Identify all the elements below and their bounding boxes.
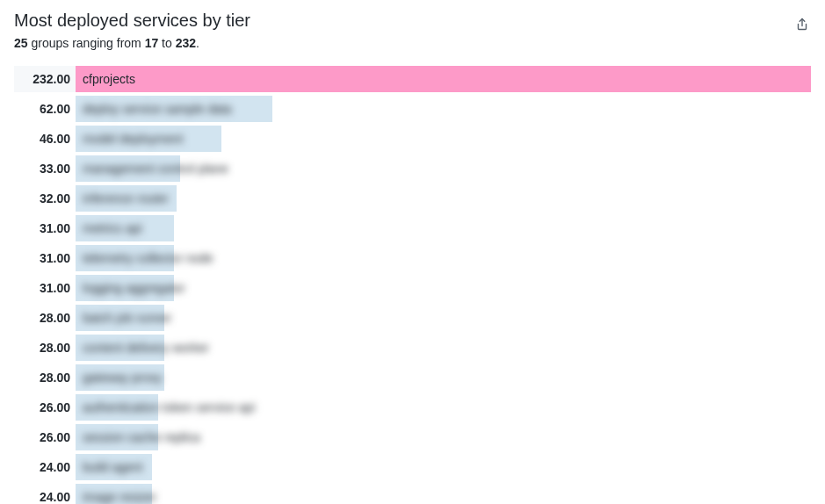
range-min: 17 bbox=[145, 36, 159, 50]
chart-row[interactable]: 31.00telemetry collector node bbox=[14, 245, 811, 271]
bar-track: authentication token service api bbox=[76, 394, 811, 421]
bar-track: cfprojects bbox=[76, 66, 811, 92]
bar-track: image resizer bbox=[76, 484, 811, 504]
bar-value: 26.00 bbox=[14, 394, 76, 421]
share-icon bbox=[795, 18, 809, 32]
bar-value: 31.00 bbox=[14, 215, 76, 241]
header-text: Most deployed services by tier 25 groups… bbox=[14, 11, 250, 66]
bar-track: inference router bbox=[76, 185, 811, 212]
chart-row[interactable]: 31.00logging aggregator bbox=[14, 275, 811, 301]
bar-value: 26.00 bbox=[14, 424, 76, 450]
bar-value: 28.00 bbox=[14, 305, 76, 331]
chart-row[interactable]: 28.00batch job runner bbox=[14, 305, 811, 331]
bar-track: deploy service sample data bbox=[76, 96, 811, 122]
bar-value: 46.00 bbox=[14, 126, 76, 152]
subtitle-text-1: groups ranging from bbox=[28, 36, 145, 50]
bar-value: 31.00 bbox=[14, 245, 76, 271]
bar-value: 28.00 bbox=[14, 364, 76, 391]
bar-fill bbox=[76, 96, 272, 122]
chart-row[interactable]: 33.00management control plane bbox=[14, 155, 811, 182]
bar-fill bbox=[76, 424, 158, 450]
bar-chart: 232.00cfprojects62.00deploy service samp… bbox=[14, 66, 811, 504]
bar-value: 62.00 bbox=[14, 96, 76, 122]
chart-row[interactable]: 62.00deploy service sample data bbox=[14, 96, 811, 122]
chart-row[interactable]: 31.00metrics api bbox=[14, 215, 811, 241]
subtitle-text-2: to bbox=[158, 36, 175, 50]
chart-row[interactable]: 32.00inference router bbox=[14, 185, 811, 212]
chart-row[interactable]: 46.00model deployment bbox=[14, 126, 811, 152]
bar-value: 24.00 bbox=[14, 454, 76, 480]
bar-track: management control plane bbox=[76, 155, 811, 182]
bar-track: logging aggregator bbox=[76, 275, 811, 301]
bar-fill bbox=[76, 66, 811, 92]
bar-value: 232.00 bbox=[14, 66, 76, 92]
bar-track: metrics api bbox=[76, 215, 811, 241]
bar-value: 31.00 bbox=[14, 275, 76, 301]
subtitle: 25 groups ranging from 17 to 232. bbox=[14, 36, 250, 50]
panel: Most deployed services by tier 25 groups… bbox=[0, 0, 825, 504]
bar-fill bbox=[76, 155, 180, 182]
range-max: 232 bbox=[176, 36, 196, 50]
subtitle-text-3: . bbox=[196, 36, 199, 50]
bar-fill bbox=[76, 275, 174, 301]
bar-track: telemetry collector node bbox=[76, 245, 811, 271]
chart-row[interactable]: 24.00build agent bbox=[14, 454, 811, 480]
chart-row[interactable]: 232.00cfprojects bbox=[14, 66, 811, 92]
header-row: Most deployed services by tier 25 groups… bbox=[14, 11, 811, 66]
chart-row[interactable]: 24.00image resizer bbox=[14, 484, 811, 504]
bar-track: batch job runner bbox=[76, 305, 811, 331]
bar-value: 24.00 bbox=[14, 484, 76, 504]
bar-fill bbox=[76, 126, 221, 152]
bar-fill bbox=[76, 335, 164, 361]
bar-value: 33.00 bbox=[14, 155, 76, 182]
bar-fill bbox=[76, 185, 177, 212]
chart-row[interactable]: 28.00content delivery worker bbox=[14, 335, 811, 361]
bar-track: session cache replica bbox=[76, 424, 811, 450]
bar-fill bbox=[76, 484, 152, 504]
bar-fill bbox=[76, 245, 174, 271]
bar-fill bbox=[76, 454, 152, 480]
bar-track: gateway proxy bbox=[76, 364, 811, 391]
groups-count: 25 bbox=[14, 36, 28, 50]
bar-track: content delivery worker bbox=[76, 335, 811, 361]
bar-fill bbox=[76, 394, 158, 421]
bar-fill bbox=[76, 305, 164, 331]
bar-value: 32.00 bbox=[14, 185, 76, 212]
page-title: Most deployed services by tier bbox=[14, 11, 250, 31]
bar-fill bbox=[76, 215, 174, 241]
bar-track: build agent bbox=[76, 454, 811, 480]
share-button[interactable] bbox=[793, 16, 811, 33]
bar-fill bbox=[76, 364, 164, 391]
chart-row[interactable]: 28.00gateway proxy bbox=[14, 364, 811, 391]
chart-row[interactable]: 26.00authentication token service api bbox=[14, 394, 811, 421]
bar-track: model deployment bbox=[76, 126, 811, 152]
bar-value: 28.00 bbox=[14, 335, 76, 361]
chart-row[interactable]: 26.00session cache replica bbox=[14, 424, 811, 450]
